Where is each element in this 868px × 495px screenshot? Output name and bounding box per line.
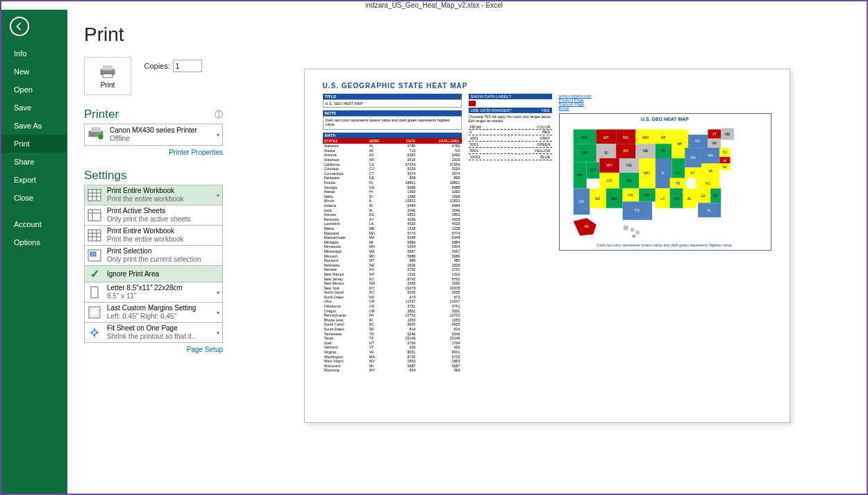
caret-icon: ▾ — [217, 192, 219, 199]
svg-text:UT: UT — [590, 168, 596, 172]
table-row: FloridaFL1880118801 — [323, 181, 462, 185]
svg-text:DE: DE — [723, 160, 727, 162]
svg-text:SC: SC — [713, 194, 718, 198]
setting-sub: Print the entire workbook — [107, 195, 184, 203]
setting-print-entire-workbook[interactable]: Print Entire WorkbookPrint the entire wo… — [84, 226, 223, 246]
nav-open[interactable]: Open — [1, 81, 67, 99]
settings-heading: Settings — [84, 169, 126, 183]
preview-page: U.S. GEOGRAPHIC STATE HEAT MAP TITLE U.S… — [304, 69, 790, 423]
range-row: 10001BLUE — [469, 155, 552, 159]
nav-account[interactable]: Account — [1, 215, 67, 233]
svg-text:ME: ME — [725, 133, 730, 136]
table-row: OhioOH1153711537 — [323, 299, 462, 304]
page-setup-link[interactable]: Page Setup — [84, 346, 223, 353]
svg-text:FL: FL — [707, 209, 711, 212]
setting-sub: Only print the current selection — [107, 255, 201, 264]
svg-text:IA: IA — [661, 149, 665, 153]
back-button[interactable] — [10, 17, 29, 36]
table-row: IowaIA30463046 — [323, 208, 462, 212]
setting-sub: 8.5" x 11" — [107, 292, 183, 301]
use-ranges-val: YES — [541, 108, 549, 112]
nav-export[interactable]: Export — [1, 171, 67, 189]
table-row: MaineME13281328 — [323, 226, 462, 231]
nav-new[interactable]: New — [1, 62, 67, 81]
svg-text:WY: WY — [606, 163, 612, 167]
fit-icon — [86, 326, 103, 339]
nav-options[interactable]: Options — [1, 233, 67, 251]
nav-save[interactable]: Save — [1, 99, 67, 117]
svg-text:ND: ND — [623, 135, 628, 140]
copies-input[interactable] — [173, 60, 202, 72]
nav-print[interactable]: Print — [1, 135, 67, 153]
printer-info-icon[interactable]: ⓘ — [215, 109, 223, 121]
table-row: IdahoID15681568 — [323, 194, 462, 199]
caret-icon: ▾ — [217, 330, 219, 336]
print-button[interactable]: Print — [84, 57, 131, 95]
setting-print-active-sheets[interactable]: Print Active SheetsOnly print the active… — [84, 205, 223, 226]
printer-select[interactable]: Canon MX430 series Printer Offline ▾ — [84, 124, 223, 146]
table-row: HawaiiHI13601360 — [323, 190, 462, 194]
svg-text:VA: VA — [708, 169, 713, 173]
table-row: CaliforniaCA3725437254 — [323, 162, 462, 167]
setting-ignore-print-area[interactable]: ✓ Ignore Print Area — [84, 266, 223, 283]
caret-icon: ▾ — [217, 132, 219, 138]
table-row: North CaroliNC95359535 — [323, 290, 462, 295]
map-box: U.S. GEO HEAT MAP WA OR MT ID ND SD MN N… — [559, 113, 771, 251]
table-row: KentuckyKY43394339 — [323, 217, 462, 222]
workbook-icon — [86, 228, 103, 242]
setting-paper-size[interactable]: Letter 8.5"x11" 22x28cm8.5" x 11" ▾ — [84, 283, 223, 303]
checkmark-icon: ✓ — [86, 267, 103, 280]
setting-title: Ignore Print Area — [107, 270, 159, 278]
nav-close[interactable]: Close — [1, 189, 67, 207]
table-row: UtahUT27642764 — [323, 341, 462, 346]
printer-properties-link[interactable]: Printer Properties — [84, 149, 223, 156]
nav-save-as[interactable]: Save As — [1, 117, 67, 135]
svg-text:NE: NE — [626, 163, 632, 167]
caret-icon: ▾ — [217, 310, 219, 316]
map-note: Dark red color represents lowest value a… — [562, 243, 768, 247]
table-row: VermontVT626626 — [323, 345, 462, 350]
range-row: 2001GREEN — [469, 142, 552, 146]
link-email: Email — [559, 106, 771, 110]
svg-text:MO: MO — [643, 171, 650, 175]
setting-title: Print Active Sheets — [107, 207, 191, 215]
nav-info[interactable]: Info — [1, 44, 67, 62]
svg-text:CO: CO — [606, 178, 612, 183]
nav-share[interactable]: Share — [1, 153, 67, 171]
table-row: MassachusetMA63486348 — [323, 235, 462, 240]
us-map: WA OR MT ID ND SD MN NE WI IA MI — [562, 123, 768, 241]
setting-title: Fit Sheet on One Page — [107, 324, 197, 333]
table-row: New HampsNH13161316 — [323, 272, 462, 277]
note-value: Dark red color represents lowest value a… — [323, 116, 462, 130]
svg-text:MT: MT — [603, 135, 609, 140]
setting-margins[interactable]: Last Custom Margins SettingLeft: 0.45" R… — [84, 303, 223, 323]
svg-text:PA: PA — [708, 153, 712, 158]
use-ranges-label: USE DATA RANGES? — [471, 108, 512, 112]
backstage-sidebar: Info New Open Save Save As Print Share E… — [1, 10, 67, 494]
setting-print-selection[interactable]: Print SelectionOnly print the current se… — [84, 246, 223, 266]
setting-print-scope-selected[interactable]: Print Entire WorkbookPrint the entire wo… — [84, 185, 223, 205]
range-row: 0RED — [469, 130, 552, 134]
svg-text:AR: AR — [644, 193, 649, 197]
setting-scaling[interactable]: Fit Sheet on One PageShrink the printout… — [84, 323, 223, 343]
show-data-label: SHOW DATA LABEL? — [471, 94, 512, 99]
page-title: Print — [84, 24, 223, 46]
col-label: DATA LABEL — [417, 138, 461, 144]
svg-point-115 — [623, 225, 628, 230]
table-row: MichiganMI98849884 — [323, 240, 462, 244]
links: www.indzara.com Product Page Support Pag… — [559, 94, 771, 110]
note-header: NOTE — [323, 110, 462, 116]
svg-point-117 — [635, 230, 640, 235]
table-row: NebraskaNE18261826 — [323, 262, 462, 267]
margins-icon — [86, 305, 103, 319]
svg-text:OH: OH — [690, 156, 695, 160]
svg-text:OR: OR — [581, 151, 587, 155]
svg-rect-14 — [88, 230, 101, 241]
svg-rect-4 — [91, 127, 101, 132]
setting-sub: Only print the active sheets — [107, 215, 191, 224]
table-row: ColoradoCO50295029 — [323, 167, 462, 171]
table-row: ArkansasAR29162916 — [323, 158, 462, 162]
svg-text:VT: VT — [712, 133, 716, 136]
table-row: AlaskaAK710710 — [323, 149, 462, 153]
print-preview: U.S. GEOGRAPHIC STATE HEAT MAP TITLE U.S… — [244, 24, 850, 480]
